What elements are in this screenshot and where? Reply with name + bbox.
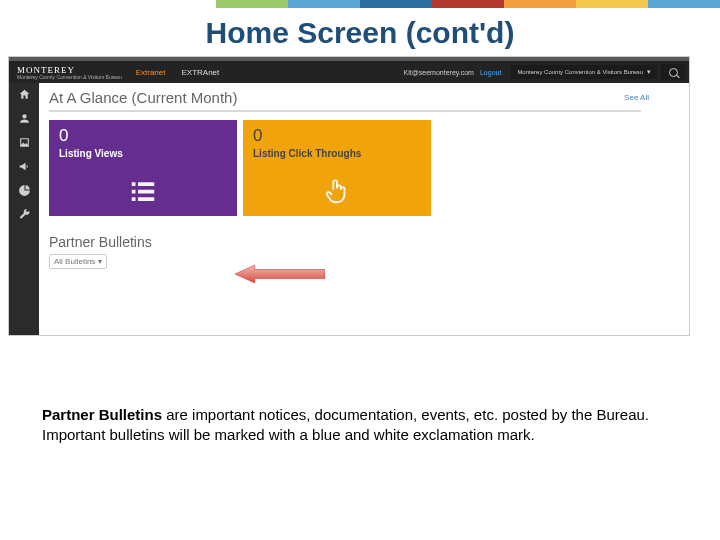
wrench-icon[interactable]: [17, 207, 31, 221]
card-label: Listing Click Throughs: [253, 148, 361, 159]
org-selector[interactable]: Monterey County Convention & Visitors Bu…: [511, 65, 657, 79]
extranet-link-secondary[interactable]: EXTRAnet: [171, 68, 229, 77]
partner-bulletins-title: Partner Bulletins: [49, 234, 679, 250]
brand-subtext: Monterey County Convention & Visitors Bu…: [17, 75, 122, 80]
svg-rect-0: [132, 182, 136, 186]
search-icon: [669, 68, 678, 77]
card-value: 0: [253, 126, 262, 146]
at-a-glance-title: At A Glance (Current Month): [49, 89, 237, 106]
list-icon: [128, 176, 158, 210]
sidebar: [9, 83, 39, 335]
logout-link[interactable]: Logout: [474, 69, 507, 76]
svg-marker-6: [235, 265, 325, 283]
megaphone-icon[interactable]: [17, 159, 31, 173]
chart-icon[interactable]: [17, 183, 31, 197]
app-screenshot: MONTEREY Monterey County Convention & Vi…: [8, 56, 690, 336]
svg-rect-2: [132, 190, 136, 194]
bulletins-filter[interactable]: All Bulletins ▾: [49, 254, 107, 269]
divider: [49, 110, 641, 112]
svg-rect-4: [132, 197, 136, 201]
image-icon[interactable]: [17, 135, 31, 149]
svg-rect-1: [138, 182, 154, 186]
svg-rect-5: [138, 197, 154, 201]
card-value: 0: [59, 126, 68, 146]
brand: MONTEREY Monterey County Convention & Vi…: [9, 65, 130, 80]
caption-bold: Partner Bulletins: [42, 406, 162, 423]
user-email: Kit@seemonterey.com: [404, 69, 474, 76]
main-content: At A Glance (Current Month) See All 0 Li…: [39, 83, 689, 335]
bulletins-filter-label: All Bulletins: [54, 257, 95, 266]
app-header: MONTEREY Monterey County Convention & Vi…: [9, 61, 689, 83]
search-button[interactable]: [661, 64, 685, 80]
card-listing-views[interactable]: 0 Listing Views: [49, 120, 237, 216]
user-icon[interactable]: [17, 111, 31, 125]
caption-text: Partner Bulletins are important notices,…: [42, 405, 678, 446]
slide-title: Home Screen (cont'd): [0, 8, 720, 56]
org-selector-label: Monterey County Convention & Visitors Bu…: [517, 69, 643, 75]
card-label: Listing Views: [59, 148, 123, 159]
annotation-arrow: [235, 263, 325, 285]
extranet-link-primary[interactable]: Extranet: [130, 68, 172, 77]
pointer-icon: [322, 176, 352, 210]
card-click-throughs[interactable]: 0 Listing Click Throughs: [243, 120, 431, 216]
chevron-down-icon: ▾: [647, 68, 651, 76]
home-icon[interactable]: [17, 87, 31, 101]
svg-rect-3: [138, 190, 154, 194]
chevron-down-icon: ▾: [98, 257, 102, 266]
see-all-link[interactable]: See All: [624, 93, 649, 102]
decorative-stripe: [0, 0, 720, 8]
brand-logo-text: MONTEREY: [17, 65, 122, 75]
